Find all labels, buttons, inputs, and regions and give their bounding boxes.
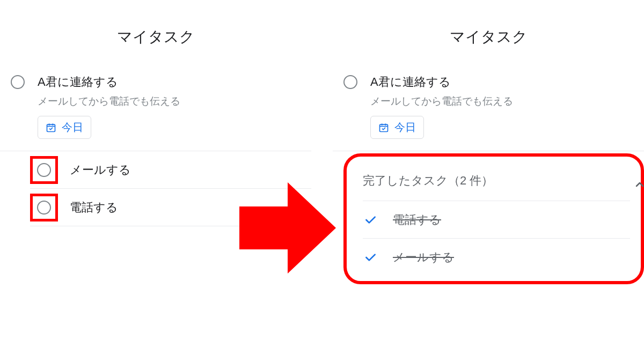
task-checkbox-icon[interactable] — [11, 75, 25, 89]
list-title-left: マイタスク — [0, 0, 311, 69]
completed-label: メールする — [393, 249, 454, 265]
subtask-checkbox-icon[interactable] — [37, 163, 51, 177]
subtask-label: メールする — [70, 162, 131, 178]
svg-rect-0 — [47, 124, 55, 131]
check-icon — [363, 250, 378, 264]
task-row[interactable]: A君に連絡する メールしてから電話でも伝える 今日 — [333, 69, 644, 139]
subtask-checkbox-icon[interactable] — [37, 201, 51, 215]
arrow-icon — [239, 182, 336, 276]
task-body: A君に連絡する メールしてから電話でも伝える 今日 — [370, 74, 633, 139]
task-subtitle: メールしてから電話でも伝える — [370, 94, 633, 108]
list-title-right: マイタスク — [333, 0, 644, 69]
divider — [333, 151, 644, 151]
completed-section: 完了したタスク（2 件） 電話する メールする — [333, 153, 644, 284]
date-chip[interactable]: 今日 — [370, 116, 424, 139]
annotation-rounded-box: 完了したタスク（2 件） 電話する メールする — [343, 153, 644, 284]
task-title: A君に連絡する — [370, 74, 633, 90]
calendar-icon — [378, 122, 389, 133]
task-subtitle: メールしてから電話でも伝える — [38, 94, 301, 108]
completed-header[interactable]: 完了したタスク（2 件） — [363, 167, 630, 201]
task-body: A君に連絡する メールしてから電話でも伝える 今日 — [38, 74, 301, 139]
annotation-highlight — [30, 156, 58, 184]
subtask-label: 電話する — [70, 200, 118, 216]
calendar-icon — [46, 122, 56, 133]
svg-marker-1 — [239, 182, 336, 274]
completed-item[interactable]: メールする — [363, 238, 630, 276]
completed-label: 電話する — [393, 212, 441, 228]
right-pane: マイタスク A君に連絡する メールしてから電話でも伝える 今日 完了 — [333, 0, 644, 284]
check-icon — [363, 213, 378, 227]
date-chip-label: 今日 — [394, 120, 416, 135]
chevron-up-icon[interactable] — [633, 178, 644, 194]
task-row[interactable]: A君に連絡する メールしてから電話でも伝える 今日 — [0, 69, 311, 139]
task-checkbox-icon[interactable] — [343, 75, 357, 89]
annotation-highlight — [30, 194, 58, 221]
date-chip-label: 今日 — [62, 120, 83, 135]
svg-rect-2 — [380, 124, 388, 131]
date-chip[interactable]: 今日 — [38, 116, 91, 139]
task-title: A君に連絡する — [38, 74, 301, 90]
completed-item[interactable]: 電話する — [363, 201, 630, 238]
